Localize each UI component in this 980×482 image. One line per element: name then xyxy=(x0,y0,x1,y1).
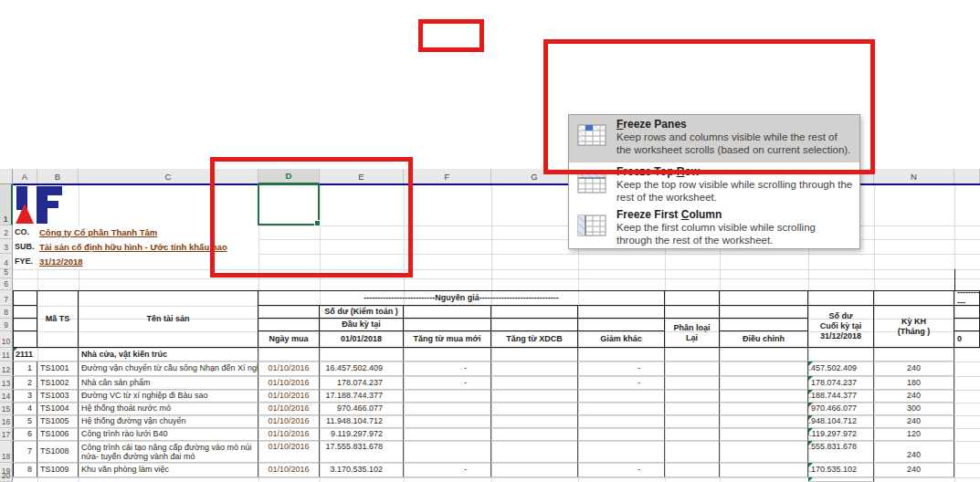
header-cell-O7[interactable]: ----------- xyxy=(954,290,980,306)
asset-opening-balance[interactable]: 17.555.831.678 xyxy=(320,441,404,463)
asset-opening-balance[interactable]: 11.948.104.712 xyxy=(320,415,404,428)
asset-opening-balance[interactable]: 970.466.077 xyxy=(320,403,404,415)
header-cell-A9[interactable] xyxy=(13,319,37,331)
header-cell-H9[interactable] xyxy=(578,319,665,331)
header-cell-N8[interactable]: Kỳ KH (Tháng ) xyxy=(874,306,954,348)
asset-new-purchase[interactable] xyxy=(404,415,491,428)
asset-new-purchase[interactable] xyxy=(404,428,491,441)
asset-code[interactable]: TS1003 xyxy=(37,390,79,403)
header-cell-F9[interactable] xyxy=(404,319,491,331)
asset-purchase-date[interactable]: 01/10/2016 xyxy=(258,415,320,428)
asset-closing-balance[interactable]: 11.948.104.712 xyxy=(808,415,874,428)
row-header-9[interactable]: 9 xyxy=(0,319,13,331)
asset-new-purchase[interactable] xyxy=(404,390,491,403)
asset-depreciation-months[interactable]: 240 xyxy=(874,463,954,477)
header-cell-O9[interactable] xyxy=(954,319,980,331)
cell-I14[interactable] xyxy=(665,390,720,403)
row-header-1[interactable]: 1 xyxy=(0,184,13,225)
cell-I11[interactable] xyxy=(665,348,720,362)
asset-opening-balance[interactable]: 3.170.535.102 xyxy=(320,463,404,477)
asset-construction-increase[interactable] xyxy=(491,390,578,403)
row-header-14[interactable]: 14 xyxy=(0,390,13,403)
asset-purchase-date[interactable]: 01/10/2016 xyxy=(258,403,320,415)
selected-cell-d1[interactable] xyxy=(258,183,320,225)
asset-opening-balance[interactable]: 17.188.744.377 xyxy=(320,390,404,403)
asset-other-decrease[interactable] xyxy=(578,403,665,415)
asset-name[interactable]: Nhà cân sản phẩm xyxy=(79,376,258,390)
asset-closing-balance-partial[interactable] xyxy=(808,477,874,482)
asset-depreciation-months[interactable]: 240 xyxy=(874,441,954,463)
asset-new-purchase[interactable]: - xyxy=(404,362,491,376)
asset-opening-balance[interactable]: 9.119.297.972 xyxy=(320,428,404,441)
asset-no[interactable]: 1 xyxy=(13,362,37,376)
cell-I12[interactable] xyxy=(665,362,720,376)
cell-I15[interactable] xyxy=(665,403,720,415)
asset-new-purchase[interactable] xyxy=(404,403,491,415)
asset-depreciation-months[interactable]: 240 xyxy=(874,415,954,428)
cell-J17[interactable] xyxy=(720,428,808,441)
asset-name[interactable]: Công trình cải tạo nâng cấp đường vào mỏ… xyxy=(79,441,258,463)
asset-new-purchase[interactable]: - xyxy=(404,376,491,390)
menu-item-freeze-panes[interactable]: Freeze PanesKeep rows and columns visibl… xyxy=(569,115,859,162)
row-header-12[interactable]: 12 xyxy=(0,362,13,376)
asset-depreciation-months[interactable]: 240 xyxy=(874,362,954,376)
header-cell-G10[interactable]: Tăng từ XDCB xyxy=(491,331,578,348)
cell-F11[interactable] xyxy=(404,348,491,362)
group-name[interactable]: Nhà cửa, vật kiến trúc xyxy=(79,348,258,362)
cell-J13[interactable] xyxy=(720,376,808,390)
header-cell-O8[interactable] xyxy=(954,306,980,319)
header-cell-O10[interactable]: 0 xyxy=(954,331,980,348)
header-cell-E9[interactable]: Đầu kỳ tại xyxy=(320,319,404,331)
asset-no[interactable]: 3 xyxy=(13,390,37,403)
row-header-3[interactable]: 3 xyxy=(0,239,13,254)
header-cell-G9[interactable] xyxy=(491,319,578,331)
asset-depreciation-months[interactable]: 120 xyxy=(874,428,954,441)
header-cell-G8[interactable] xyxy=(491,306,578,319)
info-value-fye[interactable]: 31/12/2018 xyxy=(37,254,258,269)
asset-purchase-date[interactable]: 01/10/2016 xyxy=(258,428,320,441)
cell-J12[interactable] xyxy=(720,362,808,376)
cell-J15[interactable] xyxy=(720,403,808,415)
row-header-10[interactable]: 10 xyxy=(0,331,13,348)
asset-purchase-date[interactable]: 01/10/2016 xyxy=(258,390,320,403)
column-header-F[interactable]: F xyxy=(404,169,491,184)
row-header-15[interactable]: 15 xyxy=(0,403,13,415)
asset-construction-increase[interactable] xyxy=(491,441,578,463)
row-header-8[interactable]: 8 xyxy=(0,306,13,319)
cell-I17[interactable] xyxy=(665,428,720,441)
cell-D11[interactable] xyxy=(258,348,320,362)
asset-closing-balance[interactable]: 16.457.502.409 xyxy=(808,362,874,376)
header-cell-I7[interactable] xyxy=(665,290,720,306)
cell-G11[interactable] xyxy=(491,348,578,362)
asset-depreciation-months[interactable]: 300 xyxy=(874,403,954,415)
asset-new-purchase[interactable] xyxy=(404,441,491,463)
asset-code[interactable]: TS1005 xyxy=(37,415,79,428)
column-header-B[interactable]: B xyxy=(37,169,79,184)
asset-opening-balance[interactable]: 178.074.237 xyxy=(320,376,404,390)
asset-construction-increase[interactable] xyxy=(491,415,578,428)
header-cell-A8[interactable] xyxy=(13,306,37,319)
asset-code[interactable]: TS1006 xyxy=(37,428,79,441)
column-header-E[interactable]: E xyxy=(320,169,404,184)
row-header-20[interactable]: 20 xyxy=(0,477,13,482)
asset-depreciation-months[interactable]: 180 xyxy=(874,376,954,390)
header-cell-J8[interactable] xyxy=(720,306,808,319)
asset-no[interactable]: 2 xyxy=(13,376,37,390)
asset-construction-increase[interactable] xyxy=(491,428,578,441)
menu-item-freeze-top-row[interactable]: Freeze Top RowKeep the top row visible w… xyxy=(569,162,859,205)
header-cell-E10[interactable]: 01/01/2018 xyxy=(320,331,404,348)
asset-new-purchase[interactable]: - xyxy=(404,463,491,477)
select-all-corner[interactable] xyxy=(0,169,13,184)
cell-I16[interactable] xyxy=(665,415,720,428)
header-cell-H10[interactable]: Giảm khác xyxy=(578,331,665,348)
asset-construction-increase[interactable] xyxy=(491,376,578,390)
asset-name[interactable]: Đường vận chuyển từ cầu sông Nhạn đến Xí… xyxy=(79,362,258,376)
cell-I19[interactable] xyxy=(665,463,720,477)
header-cell-A10[interactable] xyxy=(13,331,37,348)
header-cell-I9[interactable]: Phân loại Lại xyxy=(665,319,720,348)
asset-other-decrease[interactable] xyxy=(578,415,665,428)
menu-item-freeze-first-column[interactable]: Freeze First ColumnKeep the first column… xyxy=(569,205,859,248)
asset-code[interactable]: TS1001 xyxy=(37,362,79,376)
row-header-5[interactable]: 5 xyxy=(0,269,13,278)
header-cell-D8[interactable] xyxy=(258,306,320,319)
